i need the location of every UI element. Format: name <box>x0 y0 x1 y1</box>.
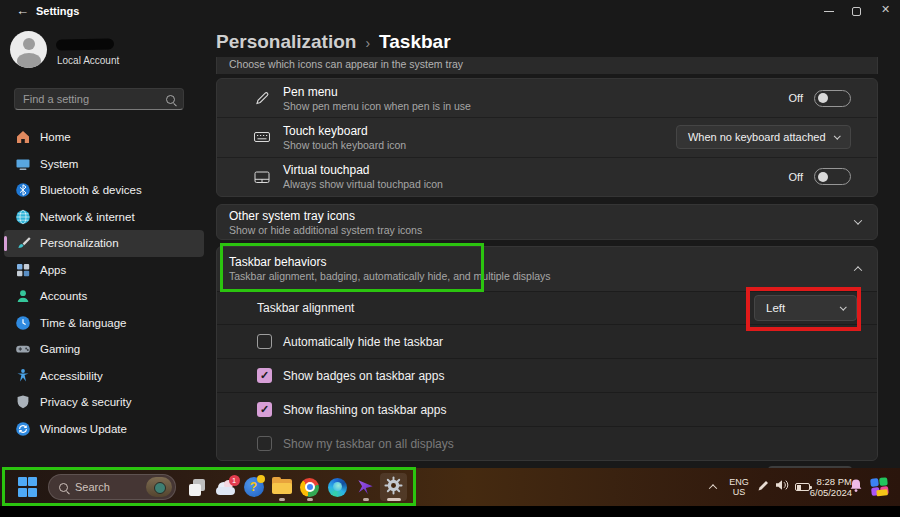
auto-hide-taskbar-row: Automatically hide the taskbar <box>217 324 877 358</box>
virtual-touchpad-row: Virtual touchpad Always show virtual tou… <box>217 157 877 196</box>
breadcrumb-personalization[interactable]: Personalization <box>216 31 356 53</box>
colorful-app-tray-button[interactable] <box>866 473 893 501</box>
pen-menu-subtitle: Show pen menu icon when pen is in use <box>283 100 471 112</box>
close-button[interactable]: ✕ <box>881 3 890 16</box>
gaming-icon <box>15 341 31 357</box>
other-tray-subtitle: Show or hide additional system tray icon… <box>229 224 422 236</box>
touch-keyboard-dropdown[interactable]: When no keyboard attached <box>676 125 851 149</box>
avatar[interactable] <box>10 31 47 68</box>
running-indicator <box>387 498 401 501</box>
app-title: Settings <box>36 5 79 17</box>
pen-tray-button[interactable] <box>755 468 773 506</box>
sidebar-item-personalization[interactable]: Personalization <box>4 230 204 257</box>
other-system-tray-icons-card[interactable]: Other system tray icons Show or hide add… <box>216 204 878 240</box>
behaviors-subtitle: Taskbar alignment, badging, automaticall… <box>229 270 551 282</box>
taskbar-behaviors-header[interactable]: Taskbar behaviors Taskbar alignment, bad… <box>217 247 877 291</box>
show-flashing-row: Show flashing on taskbar apps <box>217 392 877 426</box>
toggle-switch-off[interactable] <box>814 168 851 185</box>
toggle-switch-off[interactable] <box>814 90 851 107</box>
settings-window: ← Settings ✕ Local Account Home System B… <box>0 0 900 517</box>
clock[interactable]: 8:28 PM 6/05/2024 <box>800 468 852 506</box>
shield-icon <box>15 394 31 410</box>
settings-search[interactable] <box>14 88 184 110</box>
sidebar-item-accounts[interactable]: Accounts <box>4 283 204 310</box>
account-type-label: Local Account <box>57 55 119 66</box>
back-arrow-icon[interactable]: ← <box>16 3 29 18</box>
checkbox-show-badges[interactable] <box>257 368 272 383</box>
tray-overflow-button[interactable] <box>705 468 721 506</box>
edge-button[interactable] <box>324 473 351 501</box>
sidebar-item-apps[interactable]: Apps <box>4 257 204 284</box>
home-icon <box>15 129 31 145</box>
chevron-up-icon[interactable] <box>854 266 862 274</box>
virtual-touchpad-title: Virtual touchpad <box>283 163 443 177</box>
sidebar-item-bluetooth-devices[interactable]: Bluetooth & devices <box>4 177 204 204</box>
virtual-touchpad-subtitle: Always show virtual touchpad icon <box>283 178 443 190</box>
start-button[interactable] <box>14 473 41 501</box>
sidebar-item-system[interactable]: System <box>4 151 204 178</box>
show-badges-row: Show badges on taskbar apps <box>217 358 877 392</box>
widgets-weather-button[interactable]: 1 <box>212 473 239 501</box>
maximize-button[interactable] <box>852 7 861 16</box>
breadcrumb: Personalization › Taskbar <box>216 31 451 53</box>
bell-icon <box>849 478 863 497</box>
volume-button[interactable] <box>772 468 792 506</box>
personalization-icon <box>15 235 31 251</box>
taskbar: Search 1 ? <box>0 468 900 506</box>
chevron-down-icon <box>834 133 840 139</box>
notification-bell-button[interactable] <box>846 468 866 506</box>
virtual-touchpad-toggle[interactable]: Off <box>789 168 851 185</box>
dropdown-value: When no keyboard attached <box>688 131 826 143</box>
search-input[interactable] <box>23 93 166 105</box>
purple-app-icon <box>357 479 374 496</box>
sidebar-item-network-internet[interactable]: Network & internet <box>4 204 204 231</box>
system-icon <box>15 156 31 172</box>
sidebar-item-home[interactable]: Home <box>4 124 204 151</box>
chrome-button[interactable] <box>296 473 323 501</box>
minimize-button[interactable] <box>824 11 834 12</box>
colorful-app-icon <box>870 477 890 497</box>
accounts-icon <box>15 288 31 304</box>
network-icon <box>15 209 31 225</box>
page-title: Taskbar <box>379 31 450 53</box>
apps-icon <box>15 262 31 278</box>
checkbox-show-flashing[interactable] <box>257 402 272 417</box>
language-indicator[interactable]: ENG US <box>726 468 752 506</box>
taskbar-alignment-row: Taskbar alignment Left <box>217 291 877 325</box>
other-tray-title: Other system tray icons <box>229 209 422 223</box>
gear-icon <box>384 476 403 499</box>
sidebar-item-accessibility[interactable]: Accessibility <box>4 363 204 390</box>
screen-letterbox <box>0 506 900 517</box>
windows-logo-icon <box>18 477 38 497</box>
task-view-button[interactable] <box>184 473 211 501</box>
chevron-down-icon[interactable] <box>854 216 862 224</box>
taskbar-search-box[interactable]: Search <box>48 474 176 500</box>
touch-keyboard-subtitle: Show touch keyboard icon <box>283 139 406 151</box>
sidebar-item-privacy-security[interactable]: Privacy & security <box>4 389 204 416</box>
bing-daily-image-thumbnail[interactable] <box>146 477 172 497</box>
taskbar-alignment-dropdown[interactable]: Left <box>754 295 857 321</box>
taskbar-behaviors-card: Taskbar behaviors Taskbar alignment, bad… <box>216 246 878 461</box>
purple-app-button[interactable] <box>352 473 379 501</box>
pen-menu-title: Pen menu <box>283 85 471 99</box>
sidebar-item-gaming[interactable]: Gaming <box>4 336 204 363</box>
file-explorer-button[interactable] <box>268 473 295 501</box>
avatar-person-icon <box>17 53 41 68</box>
sidebar-item-time-language[interactable]: Time & language <box>4 310 204 337</box>
user-name-redacted <box>56 38 114 50</box>
get-help-app-button[interactable]: ? <box>240 473 267 501</box>
pen-menu-toggle[interactable]: Off <box>789 90 851 107</box>
notification-badge: 1 <box>229 475 240 486</box>
checkbox-auto-hide[interactable] <box>257 334 272 349</box>
running-indicator <box>363 498 369 501</box>
chevron-up-icon <box>709 484 717 492</box>
touch-keyboard-title: Touch keyboard <box>283 124 406 138</box>
toggle-state-label: Off <box>789 92 803 104</box>
accessibility-icon <box>15 368 31 384</box>
sidebar-item-windows-update[interactable]: Windows Update <box>4 416 204 443</box>
settings-app-button[interactable] <box>380 473 407 501</box>
checkbox-all-displays-disabled <box>257 436 272 451</box>
taskbar-alignment-label: Taskbar alignment <box>257 301 354 315</box>
windows-update-icon <box>15 421 31 437</box>
edge-icon <box>328 478 347 497</box>
